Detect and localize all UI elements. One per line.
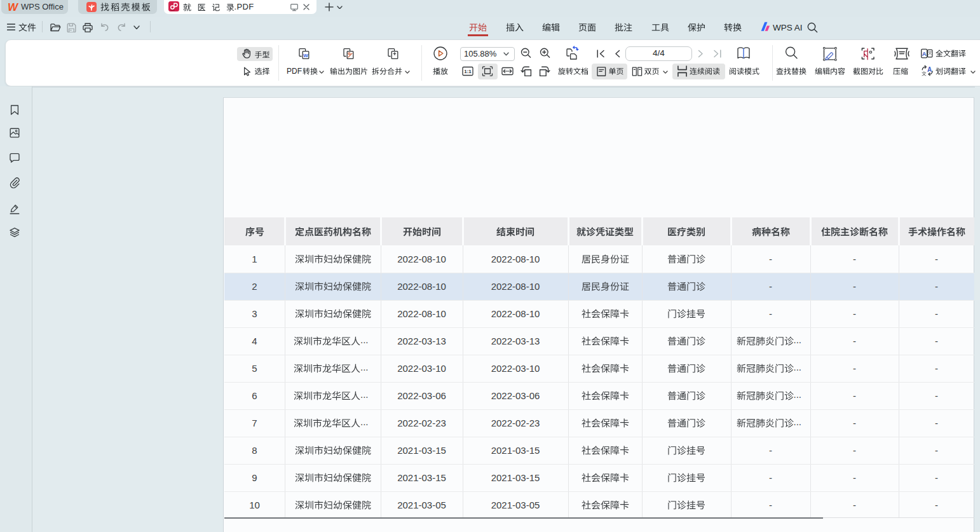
svg-text:1:1: 1:1	[464, 69, 472, 74]
svg-text:A: A	[927, 66, 932, 73]
svg-text:A: A	[922, 50, 927, 57]
svg-text:W: W	[8, 2, 19, 12]
svg-text:W: W	[303, 53, 308, 58]
